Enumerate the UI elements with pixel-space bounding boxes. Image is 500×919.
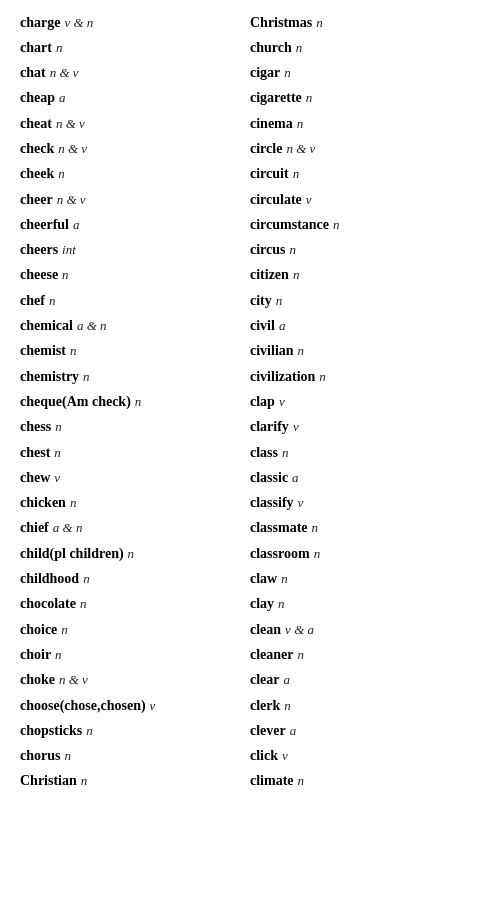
list-item: clevera [250,718,480,743]
entry-word: choose(chose,chosen) [20,696,146,716]
list-item: chewv [20,465,250,490]
entry-pos: n [55,418,62,437]
list-item: cityn [250,288,480,313]
entry-word: circle [250,139,282,159]
entry-pos: n [293,165,300,184]
entry-pos: n & v [57,191,86,210]
entry-word: claw [250,569,277,589]
entry-pos: n [282,444,289,463]
entry-word: cleaner [250,645,294,665]
list-item: classroomn [250,541,480,566]
list-item: climaten [250,769,480,794]
entry-word: circus [250,240,286,260]
entry-pos: n [298,772,305,791]
entry-word: clap [250,392,275,412]
right-column: Christmasnchurchncigarncigarettencineman… [250,10,480,794]
entry-word: choice [20,620,57,640]
entry-pos: a & n [77,317,107,336]
entry-word: climate [250,771,294,791]
entry-pos: n [298,646,305,665]
list-item: clickv [250,744,480,769]
entry-word: cheese [20,265,58,285]
entry-pos: n [58,165,65,184]
entry-pos: n & v [286,140,315,159]
list-item: churchn [250,35,480,60]
entry-pos: n [278,595,285,614]
list-item: civiliann [250,339,480,364]
list-item: child(pl children)n [20,541,250,566]
entry-word: clerk [250,696,280,716]
list-item: chemicala & n [20,314,250,339]
list-item: chemistn [20,339,250,364]
entry-pos: v [279,393,285,412]
entry-word: classify [250,493,294,513]
entry-word: chemical [20,316,73,336]
entry-word: chemistry [20,367,79,387]
list-item: civila [250,314,480,339]
entry-word: chicken [20,493,66,513]
left-column: chargev & nchartnchatn & vcheapacheatn &… [20,10,250,794]
entry-pos: n [86,722,93,741]
entry-word: chemist [20,341,66,361]
entry-word: chorus [20,746,60,766]
entry-pos: n [281,570,288,589]
entry-word: circumstance [250,215,329,235]
entry-pos: n [276,292,283,311]
list-item: cigarn [250,61,480,86]
entry-word: chat [20,63,46,83]
entry-word: cigar [250,63,280,83]
list-item: chargev & n [20,10,250,35]
entry-pos: a [284,671,291,690]
entry-pos: n [319,368,326,387]
list-item: cheerfula [20,212,250,237]
list-item: chocolaten [20,592,250,617]
list-item: choken & v [20,668,250,693]
entry-word: citizen [250,265,289,285]
list-item: cheekn [20,162,250,187]
entry-word: chart [20,38,52,58]
list-item: cheatn & v [20,111,250,136]
entry-pos: n & v [50,64,79,83]
list-item: chartn [20,35,250,60]
entry-pos: a [279,317,286,336]
entry-pos: n [81,772,88,791]
entry-word: child(pl children) [20,544,124,564]
list-item: circulatev [250,187,480,212]
list-item: cheesen [20,263,250,288]
entry-pos: n [70,494,77,513]
entry-pos: v [293,418,299,437]
entry-word: cheers [20,240,58,260]
entry-pos: v & a [285,621,314,640]
entry-pos: n [296,39,303,58]
list-item: circusn [250,238,480,263]
list-item: cheersint [20,238,250,263]
entry-pos: n & v [59,671,88,690]
entry-word: church [250,38,292,58]
list-item: cigaretten [250,86,480,111]
list-item: cineman [250,111,480,136]
entry-pos: n [64,747,71,766]
entry-pos: n [80,595,87,614]
entry-pos: n [135,393,142,412]
entry-pos: v [54,469,60,488]
entry-pos: n [83,368,90,387]
list-item: classifyv [250,491,480,516]
entry-word: civilization [250,367,315,387]
entry-word: cheer [20,190,53,210]
list-item: choirn [20,642,250,667]
entry-word: city [250,291,272,311]
entry-pos: n [284,64,291,83]
list-item: chickenn [20,491,250,516]
entry-pos: a [59,89,66,108]
list-item: cleanv & a [250,617,480,642]
entry-word: class [250,443,278,463]
entry-word: cheerful [20,215,69,235]
entry-pos: n [333,216,340,235]
list-item: chatn & v [20,61,250,86]
entry-word: cigarette [250,88,302,108]
entry-word: cheek [20,164,54,184]
list-item: classmaten [250,516,480,541]
entry-word: cheap [20,88,55,108]
list-item: clarifyv [250,415,480,440]
entry-word: Christmas [250,13,312,33]
